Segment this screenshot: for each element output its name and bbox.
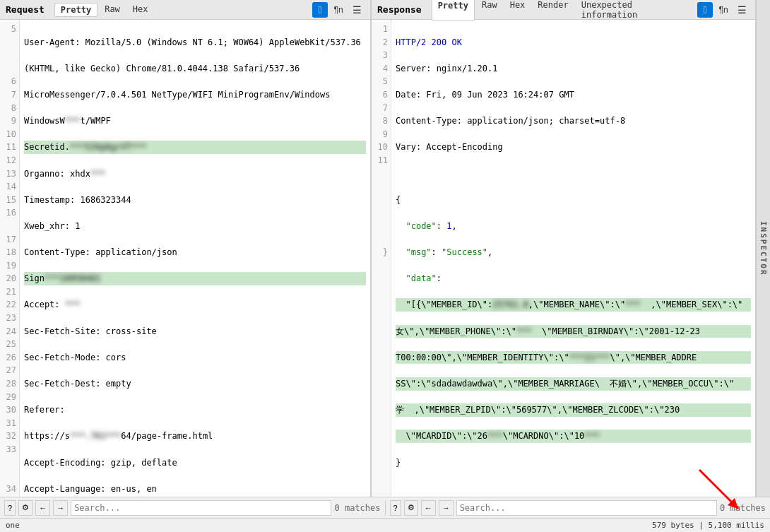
response-panel-header: Response Pretty Raw Hex Render Unexpecte… [372, 0, 755, 20]
tab-response-pretty[interactable]: Pretty [432, 0, 475, 21]
status-bar: one 579 bytes | 5,100 millis [0, 518, 770, 532]
response-title: Response [377, 4, 422, 15]
right-search-section: ? ⚙ ← → 0 matches [385, 500, 771, 516]
left-back-btn[interactable]: ← [35, 500, 50, 516]
tab-response-render[interactable]: Render [532, 0, 574, 21]
response-menu-btn[interactable]: ☰ [734, 2, 750, 18]
request-menu-btn[interactable]: ☰ [349, 2, 365, 18]
tab-response-hex[interactable]: Hex [504, 0, 531, 21]
bottom-bar: ? ⚙ ← → 0 matches ? ⚙ ← → 0 matches [0, 497, 770, 518]
left-settings-btn[interactable]: ⚙ [18, 500, 32, 516]
response-line-numbers: 1 2 3 4 5 6 7 8 9 10 11 [372, 20, 391, 497]
response-panel: Response Pretty Raw Hex Render Unexpecte… [372, 0, 756, 497]
right-search-input[interactable] [456, 500, 717, 516]
response-format-btn[interactable]:  [697, 2, 713, 18]
left-forward-btn[interactable]: → [53, 500, 68, 516]
request-tabs: Pretty Raw Hex [54, 3, 154, 17]
request-line-numbers: 5 6 7 8 9 10 11 12 13 14 15 16 1 [0, 20, 20, 497]
tab-request-hex[interactable]: Hex [127, 3, 154, 17]
request-code-area: 5 6 7 8 9 10 11 12 13 14 15 16 1 [0, 20, 370, 497]
left-matches-label: 0 matches [334, 503, 380, 513]
response-code-content: HTTP/2 200 OK Server: nginx/1.20.1 Date:… [391, 20, 755, 497]
tab-request-pretty[interactable]: Pretty [54, 3, 97, 17]
status-right: 579 bytes | 5,100 millis [652, 521, 764, 530]
right-settings-btn[interactable]: ⚙ [404, 500, 418, 516]
request-format-btn[interactable]:  [312, 2, 328, 18]
response-wrap-btn[interactable]: ¶n [716, 2, 731, 18]
tab-request-raw[interactable]: Raw [99, 3, 126, 17]
left-help-btn[interactable]: ? [4, 500, 16, 516]
tab-response-raw[interactable]: Raw [476, 0, 503, 21]
left-search-section: ? ⚙ ← → 0 matches [0, 500, 385, 516]
request-code-content: User-Agent: Mozilla/5.0 (Windows NT 6.1;… [20, 20, 370, 497]
inspector-sidebar[interactable]: INSPECTOR [756, 0, 770, 497]
right-matches-label: 0 matches [720, 503, 766, 513]
right-forward-btn[interactable]: → [439, 500, 454, 516]
right-help-btn[interactable]: ? [390, 500, 401, 516]
response-code-area: 1 2 3 4 5 6 7 8 9 10 11 [372, 20, 755, 497]
tab-response-unexpected[interactable]: Unexpected information [576, 0, 693, 21]
left-search-input[interactable] [71, 500, 331, 516]
response-panel-wrapper: Response Pretty Raw Hex Render Unexpecte… [371, 0, 756, 497]
request-title: Request [6, 4, 45, 15]
response-tabs: Pretty Raw Hex Render Unexpected informa… [432, 0, 693, 21]
request-wrap-btn[interactable]: ¶n [331, 2, 346, 18]
request-panel-header: Request Pretty Raw Hex  ¶n ☰ [0, 0, 370, 20]
request-header-icons:  ¶n ☰ [312, 2, 365, 18]
request-panel: Request Pretty Raw Hex  ¶n ☰ 5 [0, 0, 371, 497]
status-left: one [6, 521, 20, 530]
right-back-btn[interactable]: ← [421, 500, 436, 516]
response-header-icons:  ¶n ☰ [697, 2, 750, 18]
